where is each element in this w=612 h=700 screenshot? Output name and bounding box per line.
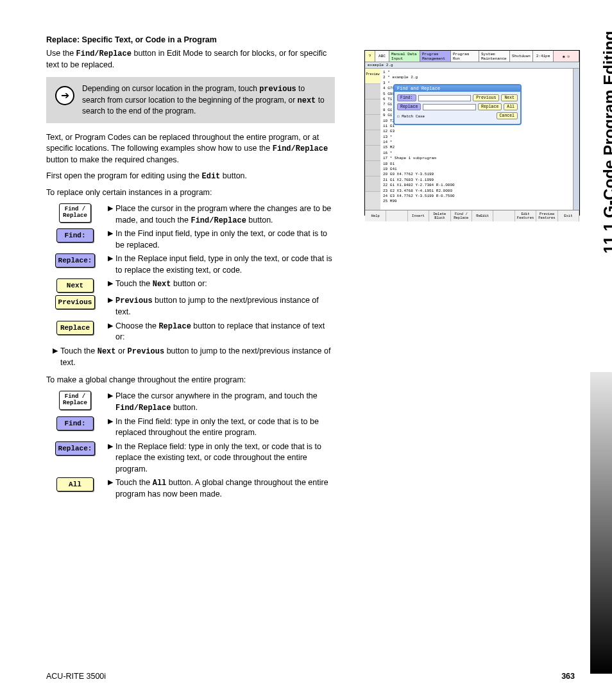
body-paragraph: Text, or Program Codes can be replaced t… — [46, 132, 335, 166]
screenshot-figure: ? ABC Manual Data Input Program Manageme… — [364, 50, 580, 216]
ss-code-line: 17 * Shape 1 subprogram — [383, 156, 570, 161]
ss-tab: Manual Data Input — [389, 51, 420, 62]
step-row: All▶Touch the All button. A global chang… — [46, 477, 335, 500]
body-paragraph: To make a global change throughout the e… — [46, 375, 335, 386]
caret-icon: ▶ — [108, 391, 113, 413]
ss-code-line: 22 G1 X1.8482 Y-2.7384 R-1.0000 — [383, 183, 570, 188]
ss-prev-btn: Previous — [473, 94, 499, 101]
ss-all-btn: All — [504, 103, 518, 110]
intro-paragraph: Use the Find/Replace button in Edit Mode… — [46, 48, 335, 71]
step-text: ▶Place the cursor anywhere in the progra… — [104, 391, 335, 413]
ss-abc: ABC — [375, 51, 389, 62]
ss-matchcase: Match Case — [402, 114, 425, 119]
step-button: Replace — [56, 321, 94, 335]
ss-code-line: 14 * — [383, 140, 570, 145]
body-paragraph: To replace only certain instances in a p… — [46, 187, 335, 198]
ss-softkey — [493, 210, 514, 221]
ss-toolbar: ? ABC Manual Data Input Program Manageme… — [365, 51, 579, 62]
caret-icon: ▶ — [108, 253, 113, 276]
step-text: ▶Touch the Next button or: — [104, 278, 335, 290]
step-button: Previous — [55, 295, 96, 309]
help-icon: ? — [365, 51, 375, 62]
tip-text: Depending on cursor location in the prog… — [82, 83, 326, 117]
step-text: ▶Touch the All button. A global change t… — [104, 477, 335, 500]
ss-code-area: 1 *2 * example 2.g3 *4 G705 G906 T17 G18… — [380, 69, 573, 210]
ss-code-line: 2 * example 2.g — [383, 75, 570, 80]
step-row: Replace:▶In the Replace field: type in o… — [46, 441, 335, 475]
arrow-circle-icon — [55, 86, 74, 105]
footer-product: ACU-RITE 3500i — [46, 672, 106, 681]
step-button: Find / Replace — [59, 203, 91, 223]
ss-preview-btn: Preview — [365, 69, 380, 84]
ss-code-line: 19 G41 — [383, 167, 570, 172]
ss-code-line: 1 * — [383, 70, 570, 75]
ss-clock: 2:41pm — [533, 51, 554, 62]
caret-icon: ▶ — [108, 228, 113, 251]
step-row: Next▶Touch the Next button or: — [46, 278, 335, 293]
ss-code-line: 21 G1 X2.7683 Y-1.1099 — [383, 178, 570, 183]
ss-code-line: 15 M2 — [383, 145, 570, 150]
ss-code-line: 25 M99 — [383, 199, 570, 204]
caret-icon: ▶ — [53, 346, 58, 368]
ss-tab: Program Management — [420, 51, 451, 62]
caret-icon: ▶ — [108, 278, 113, 290]
section-heading: Replace: Specific Text, or Code in a Pro… — [46, 35, 335, 44]
step-button: Replace: — [55, 253, 96, 268]
ss-code-line: 12 G3 — [383, 129, 570, 134]
ss-softkey: Find / Replace — [451, 210, 472, 221]
step-text: ▶In the Replace field: type in only the … — [104, 441, 335, 475]
ss-tab: System Maintenance — [479, 51, 510, 62]
step-button: Find: — [56, 416, 94, 431]
step-row: Replace▶Choose the Replace button to rep… — [46, 321, 335, 343]
ss-softkey — [386, 210, 407, 221]
ss-replace-btn: Replace — [397, 103, 421, 110]
ss-softkey: Insert — [408, 210, 429, 221]
ss-next-btn: Next — [501, 94, 518, 101]
step-button: Find: — [56, 228, 94, 243]
ss-filename: example 2.g — [365, 62, 579, 69]
ss-replace-input — [423, 104, 476, 110]
step-text: ▶Place the cursor in the program where t… — [104, 203, 335, 226]
caret-icon: ▶ — [108, 441, 113, 475]
ss-softkey: Preview Features — [536, 210, 557, 221]
ss-replace-action: Replace — [478, 103, 502, 110]
caret-icon: ▶ — [108, 203, 113, 226]
step-row: Replace:▶In the Replace input field, typ… — [46, 253, 335, 276]
body-paragraph: First open the program for editing using… — [46, 171, 335, 182]
tip-box: Depending on cursor location in the prog… — [46, 77, 335, 123]
body-step-full: ▶ Touch the Next or Previous button to j… — [46, 346, 335, 368]
footer-page-number: 363 — [561, 672, 575, 681]
ss-softkey: Delete Block — [429, 210, 450, 221]
step-text: ▶In the Find field: type in only the tex… — [104, 416, 335, 439]
caret-icon: ▶ — [108, 321, 113, 343]
step-button: Next — [56, 278, 94, 293]
step-text: ▶In the Find input field, type in only t… — [104, 228, 335, 251]
caret-icon: ▶ — [108, 477, 113, 500]
step-row: Find / Replace▶Place the cursor anywhere… — [46, 391, 335, 413]
step-row: Find:▶In the Find input field, type in o… — [46, 228, 335, 251]
ss-softkey: Edit Features — [515, 210, 536, 221]
ss-softkey: Help — [365, 210, 386, 221]
ss-tab: Program Run — [451, 51, 479, 62]
ss-find-replace-dialog: Find and Replace Find: Previous Next Rep… — [393, 84, 522, 125]
step-text: ▶Previous button to jump to the next/pre… — [104, 295, 335, 318]
ss-softkey: Exit — [558, 210, 579, 221]
ss-code-line: 23 G2 X3.4768 Y-4.1951 R2.0000 — [383, 189, 570, 194]
ss-find-input — [418, 95, 472, 101]
side-gradient — [590, 372, 612, 674]
ss-scrollbar — [573, 69, 579, 210]
ss-status-icons: ◉ ⎋ — [554, 51, 579, 62]
step-text: ▶Choose the Replace button to replace th… — [104, 321, 335, 343]
step-row: Previous▶Previous button to jump to the … — [46, 295, 335, 318]
ss-cancel-btn: Cancel — [497, 112, 518, 119]
step-button: Find / Replace — [59, 391, 91, 410]
side-chapter-title: 11.1 G-Code Program Editing — [600, 31, 612, 253]
ss-side-toolbar: Preview — [365, 69, 380, 210]
ss-code-line: 20 G0 X4.7762 Y-3.5199 — [383, 172, 570, 177]
step-text: ▶In the Replace input field, type in onl… — [104, 253, 335, 276]
ss-dialog-title: Find and Replace — [395, 85, 520, 92]
step-row: Find:▶In the Find field: type in only th… — [46, 416, 335, 439]
ss-code-line: 13 * — [383, 135, 570, 140]
ss-softkey: ReEdit — [472, 210, 493, 221]
ss-code-line: 24 G3 X4.7762 Y-3.5199 R-0.7500 — [383, 194, 570, 199]
